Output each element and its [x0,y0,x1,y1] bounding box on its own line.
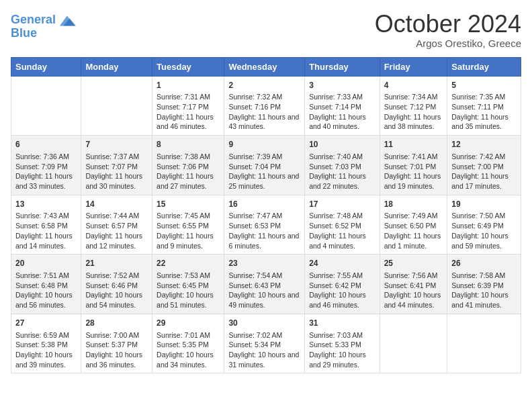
calendar-cell: 11Sunrise: 7:41 AMSunset: 7:01 PMDayligh… [380,136,447,195]
day-info: Daylight: 11 hours and 22 minutes. [309,171,375,191]
day-number: 2 [228,80,300,91]
calendar-cell: 5Sunrise: 7:35 AMSunset: 7:11 PMDaylight… [447,76,521,136]
day-info: Daylight: 11 hours and 12 minutes. [85,231,148,250]
calendar-cell: 3Sunrise: 7:33 AMSunset: 7:14 PMDaylight… [305,76,380,136]
day-info: Sunrise: 7:31 AM [157,92,220,102]
day-info: Daylight: 11 hours and 27 minutes. [157,171,220,191]
day-info: Sunset: 6:49 PM [451,221,517,231]
header-day-thursday: Thursday [305,57,380,76]
day-info: Daylight: 11 hours and 1 minute. [384,231,443,250]
calendar-cell: 21Sunrise: 7:52 AMSunset: 6:46 PMDayligh… [81,255,152,314]
week-row-1: 1Sunrise: 7:31 AMSunset: 7:17 PMDaylight… [11,76,521,136]
day-info: Daylight: 11 hours and 25 minutes. [228,171,300,191]
day-number: 6 [15,139,77,150]
day-info: Daylight: 11 hours and 33 minutes. [15,171,77,191]
day-info: Sunset: 7:04 PM [228,162,300,172]
day-info: Sunrise: 7:49 AM [384,211,443,221]
calendar-cell [11,76,81,136]
day-info: Daylight: 11 hours and 17 minutes. [451,171,517,191]
day-number: 3 [309,80,375,91]
day-number: 31 [309,318,375,329]
day-number: 27 [15,318,77,329]
day-info: Sunset: 6:50 PM [384,221,443,231]
calendar-subtitle: Argos Orestiko, Greece [375,38,521,49]
day-info: Sunrise: 6:59 AM [15,330,77,340]
day-info: Sunset: 7:16 PM [228,102,300,112]
day-info: Sunrise: 7:43 AM [15,211,77,221]
day-info: Daylight: 11 hours and 19 minutes. [384,171,443,191]
title-block: October 2024 Argos Orestiko, Greece [375,11,521,49]
day-info: Daylight: 11 hours and 6 minutes. [228,231,300,250]
calendar-cell [81,76,152,136]
day-info: Daylight: 11 hours and 46 minutes. [157,112,220,132]
day-info: Sunrise: 7:36 AM [15,152,77,162]
week-row-5: 27Sunrise: 6:59 AMSunset: 5:38 PMDayligh… [11,314,521,373]
day-number: 19 [451,199,517,210]
day-info: Sunrise: 7:54 AM [228,271,300,281]
day-info: Sunrise: 7:44 AM [85,211,148,221]
day-number: 12 [451,139,517,150]
header-day-sunday: Sunday [11,57,81,76]
day-info: Sunset: 6:46 PM [85,281,148,291]
calendar-table: SundayMondayTuesdayWednesdayThursdayFrid… [11,57,521,374]
day-number: 1 [157,80,220,91]
day-info: Daylight: 11 hours and 43 minutes. [228,112,300,132]
day-number: 10 [309,139,375,150]
logo: General Blue [11,11,76,40]
day-info: Sunset: 7:06 PM [157,162,220,172]
calendar-cell: 4Sunrise: 7:34 AMSunset: 7:12 PMDaylight… [380,76,447,136]
day-info: Sunset: 6:45 PM [157,281,220,291]
day-info: Sunset: 7:14 PM [309,102,375,112]
day-info: Sunset: 6:43 PM [228,281,300,291]
week-row-4: 20Sunrise: 7:51 AMSunset: 6:48 PMDayligh… [11,255,521,314]
day-info: Daylight: 10 hours and 59 minutes. [451,231,517,250]
calendar-cell: 30Sunrise: 7:02 AMSunset: 5:34 PMDayligh… [224,314,305,373]
day-info: Sunset: 5:34 PM [228,340,300,350]
calendar-cell: 22Sunrise: 7:53 AMSunset: 6:45 PMDayligh… [152,255,224,314]
day-info: Sunset: 6:58 PM [15,221,77,231]
calendar-cell: 12Sunrise: 7:42 AMSunset: 7:00 PMDayligh… [447,136,521,195]
day-info: Sunset: 5:35 PM [157,340,220,350]
header-day-friday: Friday [380,57,447,76]
calendar-cell: 10Sunrise: 7:40 AMSunset: 7:03 PMDayligh… [305,136,380,195]
day-info: Sunrise: 7:02 AM [228,330,300,340]
calendar-cell: 16Sunrise: 7:47 AMSunset: 6:53 PMDayligh… [224,195,305,255]
day-info: Daylight: 11 hours and 14 minutes. [15,231,77,250]
day-number: 29 [157,318,220,329]
calendar-cell: 7Sunrise: 7:37 AMSunset: 7:07 PMDaylight… [81,136,152,195]
day-info: Sunrise: 7:48 AM [309,211,375,221]
week-row-3: 13Sunrise: 7:43 AMSunset: 6:58 PMDayligh… [11,195,521,255]
day-number: 21 [85,258,148,269]
header-row: SundayMondayTuesdayWednesdayThursdayFrid… [11,57,521,76]
day-info: Sunset: 7:03 PM [309,162,375,172]
day-number: 28 [85,318,148,329]
day-number: 7 [85,139,148,150]
day-info: Sunrise: 7:51 AM [15,271,77,281]
calendar-cell: 2Sunrise: 7:32 AMSunset: 7:16 PMDaylight… [224,76,305,136]
day-number: 23 [228,258,300,269]
header-day-wednesday: Wednesday [224,57,305,76]
day-number: 11 [384,139,443,150]
day-info: Sunrise: 7:55 AM [309,271,375,281]
day-info: Sunrise: 7:50 AM [451,211,517,221]
day-info: Sunrise: 7:53 AM [157,271,220,281]
calendar-cell [447,314,521,373]
calendar-cell: 1Sunrise: 7:31 AMSunset: 7:17 PMDaylight… [152,76,224,136]
day-info: Sunset: 5:38 PM [15,340,77,350]
day-number: 25 [384,258,443,269]
day-info: Sunrise: 7:42 AM [451,152,517,162]
logo-icon [57,11,76,30]
day-info: Daylight: 10 hours and 54 minutes. [85,290,148,310]
day-info: Sunset: 6:41 PM [384,281,443,291]
calendar-cell: 24Sunrise: 7:55 AMSunset: 6:42 PMDayligh… [305,255,380,314]
calendar-cell: 26Sunrise: 7:58 AMSunset: 6:39 PMDayligh… [447,255,521,314]
day-info: Daylight: 11 hours and 9 minutes. [157,231,220,250]
day-number: 26 [451,258,517,269]
day-info: Sunrise: 7:56 AM [384,271,443,281]
day-info: Sunrise: 7:41 AM [384,152,443,162]
day-info: Daylight: 10 hours and 36 minutes. [85,350,148,369]
day-info: Daylight: 10 hours and 29 minutes. [309,350,375,369]
day-info: Sunset: 6:57 PM [85,221,148,231]
header-day-monday: Monday [81,57,152,76]
day-info: Sunset: 6:53 PM [228,221,300,231]
